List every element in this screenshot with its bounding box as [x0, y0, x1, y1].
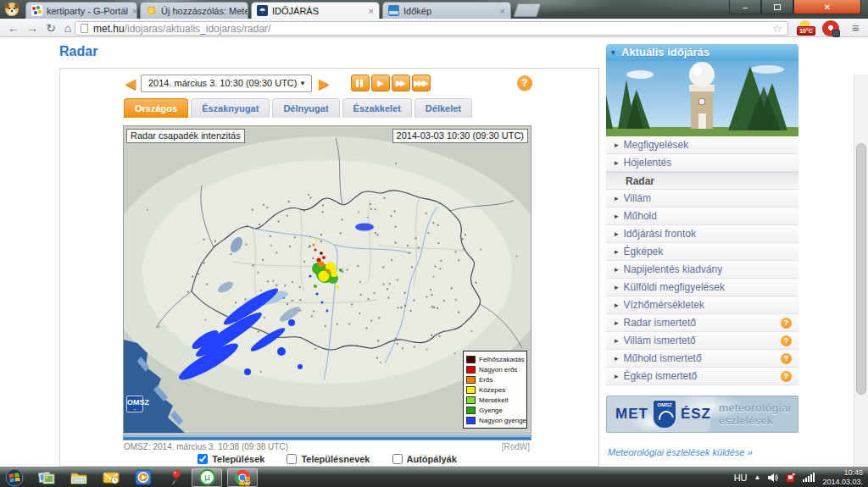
region-tab-delkelet[interactable]: Délkelet: [415, 98, 472, 118]
sidebar-item-napijelentes-kiadvany[interactable]: ▸Napijelentés kiadvány: [606, 261, 798, 279]
help-button[interactable]: ?: [517, 75, 532, 91]
region-tab-delnyugat[interactable]: Délnyugat: [272, 98, 339, 118]
help-badge-icon[interactable]: ?: [781, 318, 792, 329]
checkbox-autopalyak[interactable]: Autópályák: [392, 454, 457, 464]
sidebar-item-idojarasi-frontok[interactable]: ▸Időjárási frontok: [606, 225, 798, 243]
sidebar-item-villam[interactable]: ▸Villám: [606, 190, 798, 208]
sidebar-item-muhold-ismerteto[interactable]: ▸Műhold ismertető?: [606, 350, 798, 368]
address-bar[interactable]: met.hu /idojaras/aktualis_idojaras/radar…: [75, 21, 788, 36]
window-controls: – ✕: [729, 0, 861, 14]
new-tab-button[interactable]: [513, 3, 541, 17]
mail-client-icon[interactable]: [100, 468, 122, 487]
arrow-right-icon: ▸: [615, 230, 619, 238]
home-icon[interactable]: ⌂: [59, 19, 76, 36]
browser-tab-forum[interactable]: Új hozzászólás: Meteoroló ×: [140, 2, 248, 19]
sidebar-item-megfigyelesek[interactable]: ▸Megfigyelések: [606, 136, 798, 154]
browser-tab-gportal[interactable]: kertiparty - G-Portál ×: [25, 2, 137, 19]
fastest-forward-button[interactable]: ▶▶▶: [412, 75, 431, 91]
previous-frame-icon[interactable]: ◀: [125, 75, 136, 91]
checkbox-telepulesek[interactable]: Települések: [198, 454, 264, 464]
bookmark-star-icon[interactable]: ☆: [772, 22, 782, 35]
language-indicator[interactable]: HU: [734, 473, 748, 483]
region-tab-orszagos[interactable]: Országos: [124, 98, 188, 118]
tab-close-icon[interactable]: ×: [369, 7, 374, 15]
back-icon[interactable]: ←: [5, 19, 22, 36]
sidebar-item-egkepek[interactable]: ▸Égképek: [606, 243, 798, 261]
esz-label: ÉSZ: [681, 406, 711, 423]
telepulesnevek-checkbox[interactable]: [287, 454, 297, 464]
sidebar-item-kulfoldi-megfigyelesek[interactable]: ▸Külföldi megfigyelések: [606, 279, 798, 296]
url-host: met.hu: [93, 23, 125, 35]
sidebar-item-vizhomersekletek[interactable]: ▸Vízhőmérsékletek: [606, 296, 798, 314]
tray-expand-icon[interactable]: ▲: [754, 473, 761, 481]
blocker-extension-icon[interactable]: [822, 20, 839, 36]
pause-button[interactable]: [351, 75, 370, 91]
window-minimize-button[interactable]: –: [729, 0, 761, 14]
sidebar-item-muhold[interactable]: ▸Műhold: [606, 208, 798, 225]
scrollbar-thumb[interactable]: [856, 143, 866, 395]
weather-extension-icon[interactable]: 10°C: [797, 20, 814, 36]
help-badge-icon[interactable]: ?: [781, 371, 792, 382]
profile-avatar-puppy-icon[interactable]: [3, 1, 21, 18]
sidebar-item-hojelentes[interactable]: ▸Hójelentés: [606, 154, 798, 172]
tab-title: Új hozzászólás: Meteoroló: [161, 6, 248, 16]
next-frame-icon[interactable]: ▶: [319, 75, 329, 91]
arrow-right-icon: ▸: [615, 354, 619, 362]
volume-icon[interactable]: [767, 473, 779, 483]
checkbox-telepulesnevek[interactable]: Településnevek: [287, 454, 370, 464]
forward-icon[interactable]: →: [24, 19, 41, 36]
eszlelesek-kuldese-link[interactable]: Meteorológiai észlelések küldése »: [608, 447, 753, 457]
region-tab-eszakkelet[interactable]: Északkelet: [342, 98, 412, 118]
legend-swatch: [466, 407, 476, 414]
animation-timeline-bar[interactable]: [123, 434, 531, 440]
omsz-watermark: OMSZ~: [126, 396, 143, 412]
chrome-taskbar-button[interactable]: [227, 468, 258, 487]
legend-swatch: [466, 386, 476, 394]
file-explorer-icon[interactable]: [68, 468, 90, 487]
tab-close-icon[interactable]: ×: [500, 7, 505, 15]
media-player-icon[interactable]: [132, 468, 154, 487]
sidebar-item-villam-ismerteto[interactable]: ▸Villám ismertető?: [606, 332, 798, 350]
pushpin-icon[interactable]: [164, 468, 186, 487]
map-layer-checkboxes: Települések Településnevek Autópályák: [123, 454, 531, 464]
sidebar-menu: ▸Megfigyelések ▸Hójelentés Radar ▸Villám…: [606, 136, 798, 385]
taskbar-clock[interactable]: 10:48 2014.03.03.: [822, 468, 863, 487]
sidebar-header[interactable]: ▾ Aktuális időjárás: [606, 44, 798, 61]
datetime-select[interactable]: 2014. március 3. 10:30 (09:30 UTC) ▼: [141, 75, 312, 92]
tab-close-icon[interactable]: ×: [132, 7, 137, 15]
region-tab-eszaknyugat[interactable]: Északnyugat: [191, 98, 270, 118]
start-button[interactable]: [3, 468, 25, 487]
tray-alert-icon[interactable]: [786, 473, 796, 483]
window-maximize-button[interactable]: [761, 0, 793, 14]
help-badge-icon[interactable]: ?: [781, 353, 792, 364]
utorrent-icon: µ: [199, 469, 215, 485]
sidebar-item-egkep-ismerteto[interactable]: ▸Égkép ismertető?: [606, 368, 798, 385]
legend-swatch: [466, 366, 476, 374]
help-badge-icon[interactable]: ?: [781, 335, 792, 346]
fast-forward-button[interactable]: ▶▶: [392, 75, 410, 91]
metesz-banner[interactable]: MET OMSZ ÉSZ meteorológiaiészlelések: [606, 396, 798, 433]
sidebar-item-radar-active[interactable]: Radar: [606, 172, 798, 190]
play-button[interactable]: ▶: [371, 75, 390, 91]
chrome-menu-icon[interactable]: ≡: [846, 19, 865, 36]
gportal-favicon: [31, 5, 42, 16]
sidebar-item-radar-ismerteto[interactable]: ▸Radar ismertető?: [606, 314, 798, 332]
chrome-icon: [234, 469, 251, 486]
browser-tab-strip: kertiparty - G-Portál × Új hozzászólás: …: [0, 0, 868, 19]
reload-icon[interactable]: ↻: [42, 19, 59, 36]
telepulesek-checkbox[interactable]: [198, 454, 208, 464]
browser-tab-idojaras-active[interactable]: ☂ IDŐJÁRÁS ×: [251, 2, 380, 19]
browser-tab-idokep[interactable]: Időkép ×: [382, 2, 511, 19]
met-label: MET: [615, 406, 648, 423]
region-tabs: Országos Északnyugat Délnyugat Északkele…: [124, 98, 472, 118]
window-close-button[interactable]: ✕: [793, 0, 861, 14]
legend-swatch: [466, 417, 476, 424]
autopalyak-checkbox[interactable]: [392, 454, 403, 464]
browser-scrollbar[interactable]: [854, 75, 868, 487]
sidebar-aktualis-idojaras: ▾ Aktuális időjárás: [606, 44, 798, 385]
network-signal-icon[interactable]: [803, 473, 815, 482]
photo-viewer-icon[interactable]: [36, 468, 58, 487]
utorrent-taskbar-button[interactable]: µ: [192, 468, 222, 487]
page-content: Radar ◀ 2014. március 3. 10:30 (09:30 UT…: [0, 37, 868, 467]
arrow-right-icon: ▸: [615, 336, 619, 345]
